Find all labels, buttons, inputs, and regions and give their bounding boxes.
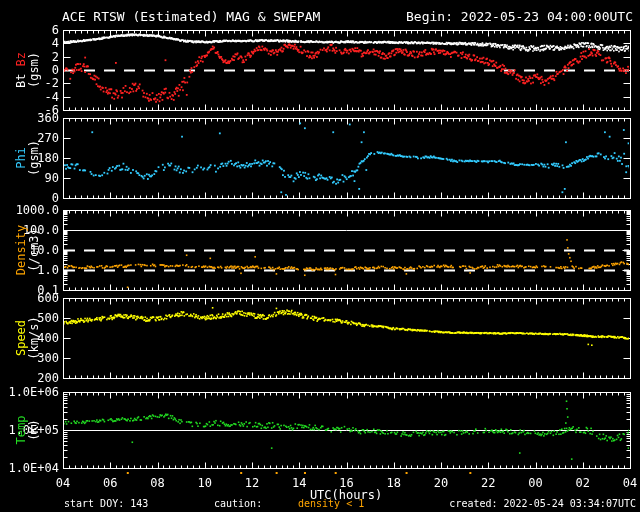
x-tick-label: 22 <box>475 476 501 490</box>
x-tick-label: 08 <box>145 476 171 490</box>
x-tick-label: 20 <box>428 476 454 490</box>
created-timestamp: created: 2022-05-24 03:34:07UTC <box>449 498 636 509</box>
y-tick-label: 200 <box>6 371 59 385</box>
x-tick-label: 06 <box>97 476 123 490</box>
y-axis-title: Temp(K) <box>15 416 41 445</box>
y-axis-title-part: Density <box>14 225 28 276</box>
y-tick-label: 360 <box>6 111 59 125</box>
y-axis-title: Bt Bz(gsm) <box>15 52 41 88</box>
y-axis-title-part: Speed <box>14 320 28 356</box>
x-tick-label: 02 <box>570 476 596 490</box>
y-axis-title-part: Bt <box>14 66 28 88</box>
x-tick-label: 04 <box>50 476 76 490</box>
caution-label: caution: <box>214 498 262 509</box>
x-tick-label: 12 <box>239 476 265 490</box>
x-tick-label: 14 <box>286 476 312 490</box>
y-tick-label: 1.0E+04 <box>6 461 59 475</box>
begin-timestamp: Begin: 2022-05-23 04:00:00UTC <box>406 9 633 24</box>
ace-rtsw-plot: ACE RTSW (Estimated) MAG & SWEPAM Begin:… <box>0 0 640 512</box>
y-tick-label: 600 <box>6 291 59 305</box>
x-tick-label: 00 <box>523 476 549 490</box>
chart-canvas <box>0 0 640 512</box>
caution-density-value: density < 1 <box>298 498 364 509</box>
y-tick-label: -4 <box>6 90 59 104</box>
y-axis-title: Density(/cm3) <box>15 225 41 276</box>
x-tick-label: 04 <box>617 476 640 490</box>
x-tick-label: 18 <box>381 476 407 490</box>
y-axis-title: Phi(gsm) <box>15 140 41 176</box>
x-tick-label: 16 <box>334 476 360 490</box>
x-tick-label: 10 <box>192 476 218 490</box>
plot-title: ACE RTSW (Estimated) MAG & SWEPAM <box>62 9 320 24</box>
y-tick-label: 1.0E+06 <box>6 385 59 399</box>
y-axis-title: Speed(km/s) <box>15 316 41 359</box>
start-doy-label: start DOY: 143 <box>64 498 148 509</box>
y-axis-title-part: Temp <box>14 416 28 445</box>
y-tick-label: 4 <box>6 36 59 50</box>
y-tick-label: 6 <box>6 23 59 37</box>
y-axis-title-part: Phi <box>14 147 28 169</box>
y-axis-title-part: Bz <box>14 52 28 66</box>
y-tick-label: 1000.0 <box>6 203 59 217</box>
